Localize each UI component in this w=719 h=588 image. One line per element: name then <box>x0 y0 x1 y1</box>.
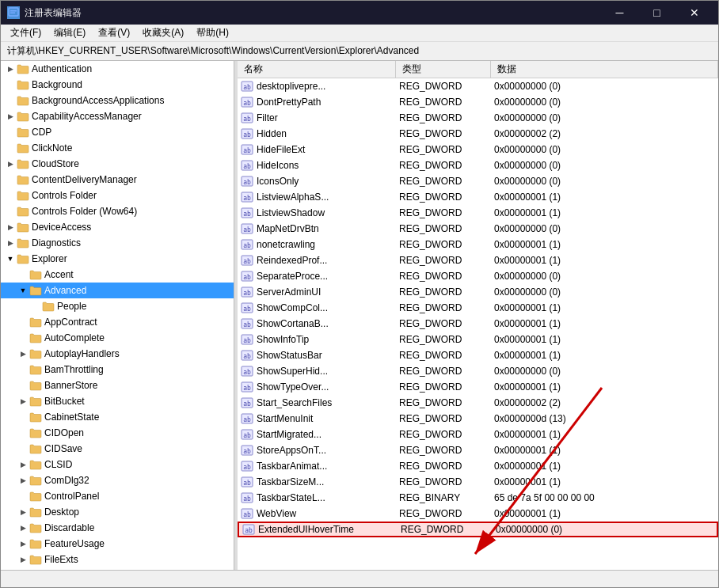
cell-data: 0x00000001 (1) <box>491 302 718 313</box>
cell-data: 0x00000000 (0) <box>491 81 718 92</box>
tree-item[interactable]: ▼ Advanced <box>1 283 234 298</box>
table-row[interactable]: ab ShowSuperHid...REG_DWORD0x00000000 (0… <box>238 363 718 379</box>
table-row[interactable]: ab ReindexedProf...REG_DWORD0x00000001 (… <box>238 252 718 268</box>
table-row[interactable]: ab ShowCortanaB...REG_DWORD0x00000001 (1… <box>238 316 718 332</box>
table-row[interactable]: ab TaskbarStateL...REG_BINARY65 de 7a 5f… <box>238 490 718 506</box>
table-row[interactable]: ab ListviewShadowREG_DWORD0x00000001 (1) <box>238 205 718 221</box>
menu-item-e[interactable]: 编辑(E) <box>48 25 92 41</box>
svg-text:ab: ab <box>243 163 251 170</box>
table-row[interactable]: ab FilterREG_DWORD0x00000000 (0) <box>238 110 718 126</box>
tree-item[interactable]: ▼ Explorer <box>1 251 234 267</box>
menu-item-h[interactable]: 帮助(H) <box>190 25 235 41</box>
table-row[interactable]: ab TaskbarSizeM...REG_DWORD0x00000001 (1… <box>238 474 718 490</box>
tree-item[interactable]: CabinetState <box>1 409 234 425</box>
cell-type: REG_DWORD <box>396 192 491 203</box>
svg-text:ab: ab <box>243 147 251 154</box>
close-button[interactable]: ✕ <box>676 1 712 25</box>
tree-item[interactable]: Accent <box>1 267 234 283</box>
tree-item[interactable]: AppContract <box>1 314 234 330</box>
folder-icon <box>17 206 29 217</box>
tree-item[interactable]: ContentDeliveryManager <box>1 172 234 188</box>
folder-icon <box>29 380 42 391</box>
tree-item[interactable]: ▶ Diagnostics <box>1 235 234 251</box>
table-row[interactable]: ab HideIconsREG_DWORD0x00000000 (0) <box>238 157 718 173</box>
column-header-name[interactable]: 名称 <box>238 61 396 78</box>
column-header-type[interactable]: 类型 <box>396 61 491 78</box>
tree-item[interactable]: Controls Folder (Wow64) <box>1 203 234 219</box>
table-row[interactable]: ab SeparateProce...REG_DWORD0x00000000 (… <box>238 268 718 284</box>
table-row[interactable]: ab desktoplivepre...REG_DWORD0x00000000 … <box>238 78 718 94</box>
maximize-button[interactable]: □ <box>639 1 675 25</box>
tree-item[interactable]: Controls Folder <box>1 188 234 203</box>
tree-item[interactable]: BannerStore <box>1 377 234 393</box>
tree-item[interactable]: ▶ Authentication <box>1 61 234 77</box>
cell-name-text: MapNetDrvBtn <box>257 223 319 234</box>
tree-item[interactable]: ▶ FeatureUsage <box>1 536 234 552</box>
menu-item-v[interactable]: 查看(V) <box>92 25 136 41</box>
tree-item[interactable]: ▶ CLSID <box>1 457 234 472</box>
title-bar-controls: ─ □ ✕ <box>602 1 712 25</box>
table-row[interactable]: ab MapNetDrvBtnREG_DWORD0x00000000 (0) <box>238 221 718 237</box>
tree-item[interactable]: AutoComplete <box>1 330 234 346</box>
table-row[interactable]: ab ShowInfoTipREG_DWORD0x00000001 (1) <box>238 332 718 347</box>
cell-data: 0x00000001 (1) <box>491 508 718 519</box>
tree-item[interactable]: ▶ BitBucket <box>1 393 234 409</box>
table-body[interactable]: ab desktoplivepre...REG_DWORD0x00000000 … <box>238 78 718 570</box>
tree-arrow-icon: ▶ <box>17 553 29 566</box>
svg-rect-1 <box>10 10 17 12</box>
tree-item-label: BitBucket <box>44 396 85 407</box>
tree-item[interactable]: ClickNote <box>1 140 234 156</box>
table-row[interactable]: ab ServerAdminUIREG_DWORD0x00000000 (0) <box>238 284 718 300</box>
tree-item[interactable]: ▶ ComDlg32 <box>1 472 234 488</box>
reg-icon: ab <box>241 491 253 504</box>
table-row[interactable]: ab ShowTypeOver...REG_DWORD0x00000001 (1… <box>238 379 718 395</box>
tree-item[interactable]: ▶ CapabilityAccessManager <box>1 108 234 124</box>
svg-text:ab: ab <box>243 385 251 392</box>
tree-item[interactable]: ▶ CloudStore <box>1 156 234 172</box>
table-row[interactable]: ab IconsOnlyREG_DWORD0x00000000 (0) <box>238 173 718 189</box>
tree-arrow-icon: ▶ <box>17 458 29 471</box>
table-row[interactable]: ab DontPrettyPathREG_DWORD0x00000000 (0) <box>238 94 718 110</box>
table-row[interactable]: ab StartMenuInitREG_DWORD0x0000000d (13) <box>238 411 718 427</box>
reg-icon: ab <box>241 80 253 93</box>
table-row[interactable]: ab ListviewAlphaS...REG_DWORD0x00000001 … <box>238 189 718 205</box>
tree-arrow-icon: ▼ <box>17 284 29 297</box>
cell-name: ab ShowInfoTip <box>238 333 396 346</box>
cell-type: REG_DWORD <box>396 176 491 187</box>
table-row[interactable]: ab HideFileExtREG_DWORD0x00000000 (0) <box>238 142 718 157</box>
column-header-data[interactable]: 数据 <box>491 61 718 78</box>
tree-item[interactable]: ▶ Discardable <box>1 520 234 536</box>
tree-panel[interactable]: ▶ Authentication Background BackgroundAc… <box>1 61 234 570</box>
tree-item[interactable]: ControlPanel <box>1 488 234 504</box>
svg-text:ab: ab <box>243 353 251 360</box>
tree-item[interactable]: ▶ Desktop <box>1 504 234 520</box>
tree-item[interactable]: ▶ AutoplayHandlers <box>1 346 234 362</box>
tree-item[interactable]: CIDSave <box>1 441 234 457</box>
tree-item[interactable]: People <box>1 298 234 314</box>
table-row[interactable]: ab WebViewREG_DWORD0x00000001 (1) <box>238 506 718 522</box>
tree-arrow-icon <box>17 427 29 439</box>
menu-item-f[interactable]: 文件(F) <box>4 25 48 41</box>
menu-item-a[interactable]: 收藏夹(A) <box>136 25 190 41</box>
table-row[interactable]: ab StoreAppsOnT...REG_DWORD0x00000001 (1… <box>238 442 718 458</box>
table-row[interactable]: ab StartMigrated...REG_DWORD0x00000001 (… <box>238 427 718 442</box>
tree-item[interactable]: CDP <box>1 124 234 140</box>
table-row[interactable]: ab TaskbarAnimat...REG_DWORD0x00000001 (… <box>238 458 718 474</box>
table-row[interactable]: ab nonetcrawlingREG_DWORD0x00000001 (1) <box>238 237 718 252</box>
table-row[interactable]: ab ShowCompCol...REG_DWORD0x00000001 (1) <box>238 300 718 316</box>
table-row[interactable]: ab HiddenREG_DWORD0x00000002 (2) <box>238 126 718 142</box>
tree-item[interactable]: BamThrottling <box>1 362 234 377</box>
cell-name-text: ShowTypeOver... <box>257 381 329 393</box>
minimize-button[interactable]: ─ <box>602 1 637 25</box>
tree-item[interactable]: CIDOpen <box>1 425 234 441</box>
cell-name-text: ReindexedProf... <box>257 255 327 266</box>
table-row[interactable]: ab ShowStatusBarREG_DWORD0x00000001 (1) <box>238 347 718 363</box>
table-row[interactable]: ab Start_SearchFilesREG_DWORD0x00000002 … <box>238 395 718 411</box>
tree-item[interactable]: ▶ FileExts <box>1 552 234 567</box>
tree-item[interactable]: Background <box>1 77 234 93</box>
tree-item-label: BamThrottling <box>44 364 104 375</box>
cell-name-text: desktoplivepre... <box>257 81 325 92</box>
tree-item[interactable]: ▶ DeviceAccess <box>1 219 234 235</box>
tree-item[interactable]: BackgroundAccessApplications <box>1 93 234 108</box>
table-row[interactable]: ab ExtendedUIHoverTimeREG_DWORD0x0000000… <box>238 522 718 537</box>
